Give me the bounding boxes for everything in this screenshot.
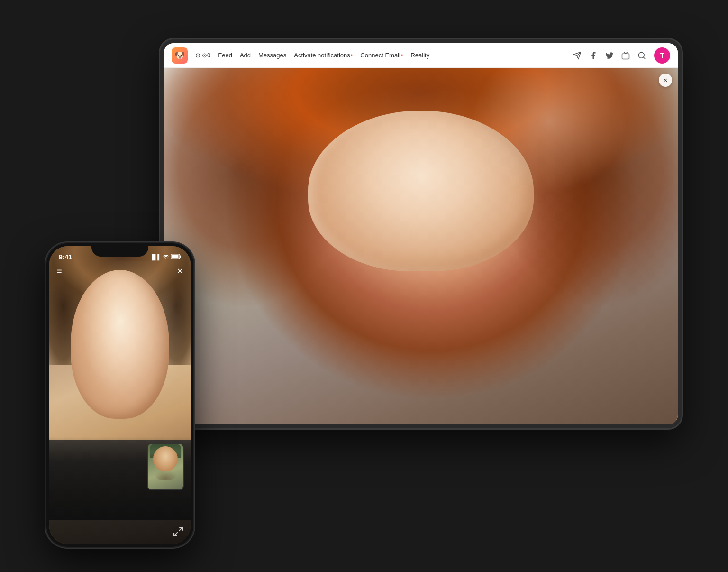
nav-reality[interactable]: Reality bbox=[410, 52, 429, 59]
signal-icon: ▐▌▌ bbox=[150, 254, 161, 260]
pip-face bbox=[153, 446, 178, 471]
nav-feed[interactable]: Feed bbox=[218, 52, 232, 59]
tablet-screen: 🐶 ⊙ ⊙0 Feed Add Messages Activate notifi… bbox=[164, 43, 678, 424]
phone-time: 9:41 bbox=[59, 253, 72, 261]
expand-icon[interactable] bbox=[173, 526, 184, 537]
nav-icons bbox=[573, 51, 646, 60]
profile-photo: × bbox=[164, 68, 678, 424]
phone-status-icons: ▐▌▌ bbox=[150, 254, 181, 260]
pip-beard bbox=[155, 471, 176, 480]
phone-close-icon[interactable]: ✕ bbox=[177, 267, 183, 276]
tablet-device: 🐶 ⊙ ⊙0 Feed Add Messages Activate notifi… bbox=[160, 39, 682, 428]
nav-counter: ⊙ ⊙0 bbox=[195, 52, 210, 59]
youtube-icon[interactable] bbox=[621, 51, 630, 60]
svg-rect-8 bbox=[180, 256, 181, 258]
phone-menu-icon[interactable]: ≡ bbox=[57, 266, 62, 276]
phone-main-video bbox=[49, 246, 191, 544]
close-button[interactable]: × bbox=[659, 74, 672, 87]
nav-activate[interactable]: Activate notifications bbox=[294, 52, 353, 59]
app-logo[interactable]: 🐶 bbox=[172, 47, 188, 64]
tablet-content: × Chat Cal bbox=[164, 68, 678, 424]
search-icon[interactable] bbox=[637, 51, 646, 60]
phone-screen: 9:41 ▐▌▌ bbox=[49, 246, 191, 544]
send-icon[interactable] bbox=[573, 51, 582, 60]
wifi-icon bbox=[163, 254, 169, 260]
nav-connect[interactable]: Connect Email bbox=[360, 52, 403, 59]
counter-icon: ⊙ bbox=[195, 52, 200, 59]
svg-line-4 bbox=[643, 57, 645, 58]
phone-device: 9:41 ▐▌▌ bbox=[46, 243, 193, 547]
battery-icon bbox=[171, 254, 181, 260]
twitter-icon[interactable] bbox=[605, 51, 614, 60]
navbar: 🐶 ⊙ ⊙0 Feed Add Messages Activate notifi… bbox=[164, 43, 678, 68]
facebook-icon[interactable] bbox=[589, 51, 598, 60]
user-avatar[interactable]: T bbox=[654, 47, 670, 64]
phone-status-bar: 9:41 ▐▌▌ bbox=[59, 252, 181, 262]
phone-header: ≡ ✕ bbox=[57, 266, 183, 276]
svg-rect-9 bbox=[172, 255, 179, 258]
nav-add[interactable]: Add bbox=[240, 52, 251, 59]
nav-messages[interactable]: Messages bbox=[258, 52, 286, 59]
svg-rect-2 bbox=[622, 54, 629, 59]
phone-pip bbox=[147, 443, 184, 490]
main-scene: 🐶 ⊙ ⊙0 Feed Add Messages Activate notifi… bbox=[32, 25, 696, 547]
counter-value: ⊙0 bbox=[202, 52, 210, 59]
portrait-light bbox=[164, 68, 678, 424]
